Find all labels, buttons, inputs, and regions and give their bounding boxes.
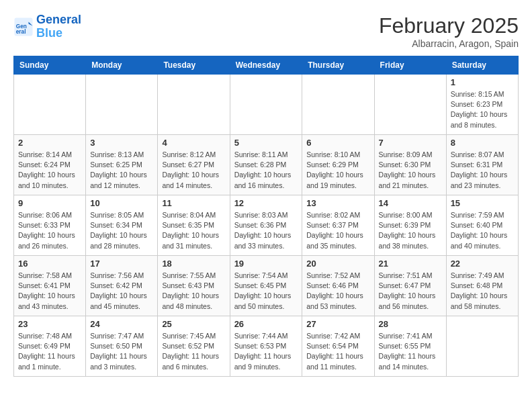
day-info: Sunrise: 7:56 AM Sunset: 6:42 PM Dayligh… (90, 271, 153, 312)
calendar-cell: 25Sunrise: 7:45 AM Sunset: 6:52 PM Dayli… (158, 316, 230, 377)
calendar-cell: 16Sunrise: 7:58 AM Sunset: 6:41 PM Dayli… (14, 256, 86, 316)
calendar-cell: 9Sunrise: 8:06 AM Sunset: 6:33 PM Daylig… (14, 195, 86, 256)
day-info: Sunrise: 7:45 AM Sunset: 6:52 PM Dayligh… (162, 331, 225, 372)
day-info: Sunrise: 8:06 AM Sunset: 6:33 PM Dayligh… (18, 210, 81, 251)
day-info: Sunrise: 7:41 AM Sunset: 6:55 PM Dayligh… (379, 331, 442, 372)
day-info: Sunrise: 8:15 AM Sunset: 6:23 PM Dayligh… (451, 89, 514, 130)
day-info: Sunrise: 7:47 AM Sunset: 6:50 PM Dayligh… (90, 331, 153, 372)
weekday-header-friday: Friday (374, 56, 446, 75)
calendar-cell: 5Sunrise: 8:11 AM Sunset: 6:28 PM Daylig… (230, 135, 302, 195)
calendar-cell: 20Sunrise: 7:52 AM Sunset: 6:46 PM Dayli… (302, 256, 374, 316)
day-number: 18 (162, 259, 225, 269)
day-number: 9 (18, 198, 81, 208)
weekday-header-thursday: Thursday (302, 56, 374, 75)
calendar-cell (158, 75, 230, 135)
day-number: 22 (451, 259, 514, 269)
calendar-cell (14, 75, 86, 135)
weekday-header-saturday: Saturday (446, 56, 518, 75)
calendar-cell: 24Sunrise: 7:47 AM Sunset: 6:50 PM Dayli… (86, 316, 158, 377)
svg-text:eral: eral (16, 29, 26, 35)
week-row-3: 9Sunrise: 8:06 AM Sunset: 6:33 PM Daylig… (14, 195, 519, 256)
weekday-header-wednesday: Wednesday (230, 56, 302, 75)
day-info: Sunrise: 7:51 AM Sunset: 6:47 PM Dayligh… (379, 271, 442, 312)
day-info: Sunrise: 8:13 AM Sunset: 6:25 PM Dayligh… (90, 150, 153, 191)
calendar-cell: 3Sunrise: 8:13 AM Sunset: 6:25 PM Daylig… (86, 135, 158, 195)
day-info: Sunrise: 7:55 AM Sunset: 6:43 PM Dayligh… (162, 271, 225, 312)
day-number: 8 (451, 138, 514, 148)
day-info: Sunrise: 7:58 AM Sunset: 6:41 PM Dayligh… (18, 271, 81, 312)
week-row-4: 16Sunrise: 7:58 AM Sunset: 6:41 PM Dayli… (14, 256, 519, 316)
weekday-header-row: SundayMondayTuesdayWednesdayThursdayFrid… (14, 56, 519, 75)
calendar-cell: 8Sunrise: 8:07 AM Sunset: 6:31 PM Daylig… (446, 135, 518, 195)
calendar-cell: 15Sunrise: 7:59 AM Sunset: 6:40 PM Dayli… (446, 195, 518, 256)
calendar-cell: 10Sunrise: 8:05 AM Sunset: 6:34 PM Dayli… (86, 195, 158, 256)
day-info: Sunrise: 8:03 AM Sunset: 6:36 PM Dayligh… (234, 210, 298, 251)
day-number: 12 (234, 198, 298, 208)
calendar-cell (86, 75, 158, 135)
day-number: 17 (90, 259, 153, 269)
day-number: 19 (234, 259, 298, 269)
calendar-cell: 12Sunrise: 8:03 AM Sunset: 6:36 PM Dayli… (230, 195, 302, 256)
month-title: February 2025 (379, 13, 519, 38)
calendar-cell: 26Sunrise: 7:44 AM Sunset: 6:53 PM Dayli… (230, 316, 302, 377)
location-subtitle: Albarracin, Aragon, Spain (379, 38, 519, 49)
calendar-cell (374, 75, 446, 135)
calendar-cell: 4Sunrise: 8:12 AM Sunset: 6:27 PM Daylig… (158, 135, 230, 195)
calendar-table: SundayMondayTuesdayWednesdayThursdayFrid… (13, 56, 519, 377)
day-number: 13 (306, 198, 369, 208)
day-info: Sunrise: 8:07 AM Sunset: 6:31 PM Dayligh… (451, 150, 514, 191)
week-row-2: 2Sunrise: 8:14 AM Sunset: 6:24 PM Daylig… (14, 135, 519, 195)
day-number: 24 (90, 319, 153, 329)
day-number: 11 (162, 198, 225, 208)
day-info: Sunrise: 8:04 AM Sunset: 6:35 PM Dayligh… (162, 210, 225, 251)
calendar-cell: 1Sunrise: 8:15 AM Sunset: 6:23 PM Daylig… (446, 75, 518, 135)
weekday-header-monday: Monday (86, 56, 158, 75)
day-number: 23 (18, 319, 81, 329)
day-info: Sunrise: 7:44 AM Sunset: 6:53 PM Dayligh… (234, 331, 298, 372)
day-number: 20 (306, 259, 369, 269)
day-info: Sunrise: 8:09 AM Sunset: 6:30 PM Dayligh… (379, 150, 442, 191)
calendar-cell (446, 316, 518, 377)
week-row-5: 23Sunrise: 7:48 AM Sunset: 6:49 PM Dayli… (14, 316, 519, 377)
calendar-cell: 13Sunrise: 8:02 AM Sunset: 6:37 PM Dayli… (302, 195, 374, 256)
day-info: Sunrise: 8:14 AM Sunset: 6:24 PM Dayligh… (18, 150, 81, 191)
day-info: Sunrise: 8:05 AM Sunset: 6:34 PM Dayligh… (90, 210, 153, 251)
day-info: Sunrise: 7:48 AM Sunset: 6:49 PM Dayligh… (18, 331, 81, 372)
day-number: 28 (379, 319, 442, 329)
calendar-cell: 6Sunrise: 8:10 AM Sunset: 6:29 PM Daylig… (302, 135, 374, 195)
calendar-cell: 23Sunrise: 7:48 AM Sunset: 6:49 PM Dayli… (14, 316, 86, 377)
day-info: Sunrise: 7:54 AM Sunset: 6:45 PM Dayligh… (234, 271, 298, 312)
calendar-cell: 22Sunrise: 7:49 AM Sunset: 6:48 PM Dayli… (446, 256, 518, 316)
day-number: 1 (451, 77, 514, 87)
calendar-cell (302, 75, 374, 135)
day-number: 21 (379, 259, 442, 269)
day-info: Sunrise: 8:11 AM Sunset: 6:28 PM Dayligh… (234, 150, 298, 191)
day-number: 4 (162, 138, 225, 148)
calendar-cell: 18Sunrise: 7:55 AM Sunset: 6:43 PM Dayli… (158, 256, 230, 316)
calendar-cell: 7Sunrise: 8:09 AM Sunset: 6:30 PM Daylig… (374, 135, 446, 195)
day-number: 26 (234, 319, 298, 329)
day-number: 14 (379, 198, 442, 208)
calendar-cell: 14Sunrise: 8:00 AM Sunset: 6:39 PM Dayli… (374, 195, 446, 256)
day-number: 27 (306, 319, 369, 329)
logo: Gen eral GeneralBlue (13, 13, 81, 40)
title-area: February 2025 Albarracin, Aragon, Spain (379, 13, 519, 49)
day-info: Sunrise: 7:52 AM Sunset: 6:46 PM Dayligh… (306, 271, 369, 312)
day-number: 10 (90, 198, 153, 208)
header: Gen eral GeneralBlue February 2025 Albar… (13, 13, 519, 49)
day-info: Sunrise: 8:12 AM Sunset: 6:27 PM Dayligh… (162, 150, 225, 191)
day-number: 25 (162, 319, 225, 329)
day-number: 2 (18, 138, 81, 148)
day-number: 16 (18, 259, 81, 269)
day-info: Sunrise: 8:00 AM Sunset: 6:39 PM Dayligh… (379, 210, 442, 251)
weekday-header-sunday: Sunday (14, 56, 86, 75)
day-info: Sunrise: 7:59 AM Sunset: 6:40 PM Dayligh… (451, 210, 514, 251)
calendar-cell: 21Sunrise: 7:51 AM Sunset: 6:47 PM Dayli… (374, 256, 446, 316)
day-number: 7 (379, 138, 442, 148)
day-number: 5 (234, 138, 298, 148)
calendar-cell: 11Sunrise: 8:04 AM Sunset: 6:35 PM Dayli… (158, 195, 230, 256)
day-number: 3 (90, 138, 153, 148)
logo-text: GeneralBlue (36, 13, 81, 40)
weekday-header-tuesday: Tuesday (158, 56, 230, 75)
week-row-1: 1Sunrise: 8:15 AM Sunset: 6:23 PM Daylig… (14, 75, 519, 135)
